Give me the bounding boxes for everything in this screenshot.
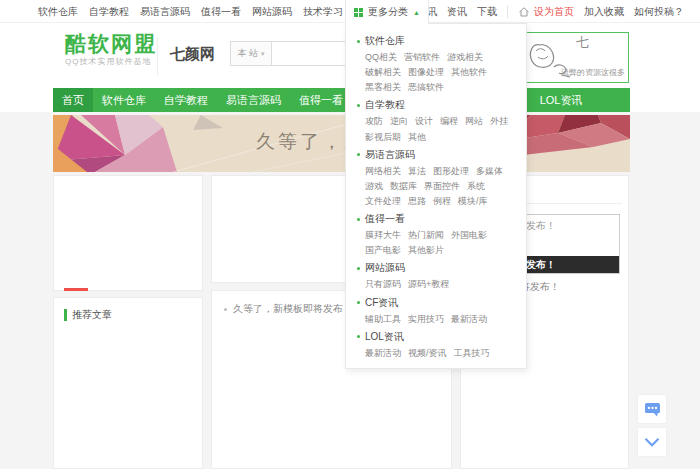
nav-item[interactable]: 值得一看 [290, 88, 352, 112]
dropdown-link[interactable]: 网络相关 [365, 165, 401, 177]
dropdown-link[interactable]: 攻防 [365, 115, 383, 127]
green-dot-icon [357, 153, 360, 156]
header-ad-banner[interactable]: 七 流弊的资源这很多 [525, 32, 629, 83]
dropdown-section-items: 膜拜大牛热门新闻外国电影国产电影其他影片 [357, 229, 515, 256]
dropdown-section-items: QQ相关营销软件游戏相关破解相关图像处理其他软件黑客相关恶搞软件 [357, 51, 515, 93]
green-dot-icon [357, 267, 360, 270]
dropdown-link[interactable]: 其他软件 [451, 66, 487, 78]
top-nav-link[interactable]: 网站源码 [252, 5, 292, 19]
dropdown-link[interactable]: 模块/库 [458, 195, 488, 207]
dropdown-section: CF资讯 辅助工具实用技巧最新活动 [357, 296, 515, 325]
dropdown-link[interactable]: 最新活动 [451, 313, 487, 325]
green-dot-icon [357, 335, 360, 338]
nav-item[interactable]: LOL资讯 [531, 88, 592, 112]
nav-item[interactable]: 易语言源码 [217, 88, 290, 112]
dropdown-section-title: 自学教程 [357, 98, 515, 112]
dropdown-link[interactable]: 编程 [440, 115, 458, 127]
slider-indicator [64, 288, 88, 291]
top-bar-right: 资讯下载 设为首页 加入收藏 如何投稿？ [447, 0, 684, 23]
search-scope-select[interactable]: 本 站 ▾ [230, 41, 272, 66]
dropdown-link[interactable]: 外挂 [490, 115, 508, 127]
dropdown-link[interactable]: 游戏 [365, 180, 383, 192]
dropdown-section-title: LOL资讯 [357, 330, 515, 344]
dropdown-link[interactable]: 最新活动 [365, 347, 401, 359]
dropdown-link[interactable]: 只有源码 [365, 278, 401, 290]
recommend-articles-box: 推荐文章 [53, 297, 203, 469]
dropdown-link[interactable]: 影视后期 [365, 131, 401, 143]
dropdown-link[interactable]: 黑客相关 [365, 81, 401, 93]
scroll-down-button[interactable] [637, 427, 667, 457]
add-favorite-link[interactable]: 加入收藏 [584, 5, 624, 19]
dropdown-section-items: 最新活动视频/资讯工具技巧 [357, 347, 515, 359]
dropdown-link[interactable]: 设计 [415, 115, 433, 127]
dropdown-link[interactable]: 图形处理 [433, 165, 469, 177]
logo-title: 酷软网盟 [65, 32, 157, 55]
dropdown-link[interactable]: 思路 [408, 195, 426, 207]
dropdown-section: 易语言源码 网络相关算法图形处理多媒体游戏数据库界面控件系统文件处理思路例程模块… [357, 148, 515, 207]
nav-item[interactable]: 首页 [53, 88, 93, 112]
dropdown-link[interactable]: 热门新闻 [408, 229, 444, 241]
nav-item[interactable]: 软件仓库 [93, 88, 155, 112]
dropdown-link[interactable]: 恶搞软件 [408, 81, 444, 93]
comment-icon [644, 401, 661, 418]
how-to-submit-link[interactable]: 如何投稿？ [634, 5, 684, 19]
main-nav: 首页 软件仓库 自学教程 易语言源码 值得一看 网站源码 技术学习 [53, 88, 630, 112]
dropdown-link[interactable]: 图像处理 [408, 66, 444, 78]
more-categories-dropdown: 软件仓库 QQ相关营销软件游戏相关破解相关图像处理其他软件黑客相关恶搞软件 自学… [345, 23, 527, 369]
dropdown-link[interactable]: 工具技巧 [454, 347, 490, 359]
top-nav-link[interactable]: 易语言源码 [140, 5, 190, 19]
dropdown-link[interactable]: 膜拜大牛 [365, 229, 401, 241]
dropdown-link[interactable]: 其他影片 [408, 244, 444, 256]
search-scope-label: 本 站 [237, 47, 258, 60]
dropdown-link[interactable]: 外国电影 [451, 229, 487, 241]
dropdown-link[interactable]: 网站 [465, 115, 483, 127]
dropdown-link[interactable]: 数据库 [390, 180, 417, 192]
ad-character: 七 [576, 34, 589, 52]
green-dot-icon [357, 218, 360, 221]
set-home-link[interactable]: 设为首页 [534, 5, 574, 19]
dropdown-link[interactable]: 营销软件 [404, 51, 440, 63]
dropdown-link[interactable]: 实用技巧 [408, 313, 444, 325]
dropdown-link[interactable]: 国产电影 [365, 244, 401, 256]
chevron-up-icon: ▲ [413, 9, 420, 16]
dropdown-link[interactable]: 游戏相关 [447, 51, 483, 63]
dropdown-link[interactable]: 系统 [467, 180, 485, 192]
more-categories-button[interactable]: 更多分类 ▲ [345, 0, 429, 24]
left-slider-box[interactable] [53, 175, 203, 291]
more-categories-label: 更多分类 [368, 5, 408, 19]
dropdown-link[interactable]: 例程 [433, 195, 451, 207]
green-bar-icon [64, 309, 67, 321]
dropdown-link[interactable]: 逆向 [390, 115, 408, 127]
dropdown-section-title: 值得一看 [357, 212, 515, 226]
dropdown-section-items: 网络相关算法图形处理多媒体游戏数据库界面控件系统文件处理思路例程模块/库 [357, 165, 515, 207]
hero-banner[interactable]: 久等了，新版 [53, 115, 630, 172]
nav-item[interactable]: 自学教程 [155, 88, 217, 112]
list-item-label: 久等了，新模板即将发布！ [233, 302, 353, 316]
green-dot-icon [357, 40, 360, 43]
dropdown-section-title: 网站源码 [357, 261, 515, 275]
top-nav-link[interactable]: 自学教程 [89, 5, 129, 19]
top-nav-link[interactable]: 值得一看 [201, 5, 241, 19]
page: 软件仓库自学教程易语言源码值得一看网站源码技术学习CF资讯LOL资讯 资讯下载 … [0, 0, 700, 469]
dropdown-section-title: 软件仓库 [357, 34, 515, 48]
quick-link[interactable]: 资讯 [447, 5, 467, 19]
dropdown-link[interactable]: 文件处理 [365, 195, 401, 207]
dropdown-link[interactable]: 源码+教程 [408, 278, 449, 290]
home-icon [518, 6, 530, 18]
ad-caption: 流弊的资源这很多 [561, 67, 625, 78]
quick-link[interactable]: 下载 [477, 5, 497, 19]
top-nav-link[interactable]: 软件仓库 [38, 5, 78, 19]
dropdown-link[interactable]: 算法 [408, 165, 426, 177]
top-nav-link[interactable]: 技术学习 [303, 5, 343, 19]
logo[interactable]: 酷软网盟 QQ技术实用软件基地 [65, 32, 157, 67]
dropdown-link[interactable]: 界面控件 [424, 180, 460, 192]
dropdown-link[interactable]: QQ相关 [365, 51, 397, 63]
dropdown-link[interactable]: 视频/资讯 [408, 347, 447, 359]
dropdown-link[interactable]: 多媒体 [476, 165, 503, 177]
comments-button[interactable] [637, 394, 667, 424]
dropdown-link[interactable]: 其他 [408, 131, 426, 143]
dropdown-link[interactable]: 辅助工具 [365, 313, 401, 325]
divider [507, 6, 508, 18]
dropdown-section-items: 只有源码源码+教程 [357, 278, 515, 290]
dropdown-link[interactable]: 破解相关 [365, 66, 401, 78]
